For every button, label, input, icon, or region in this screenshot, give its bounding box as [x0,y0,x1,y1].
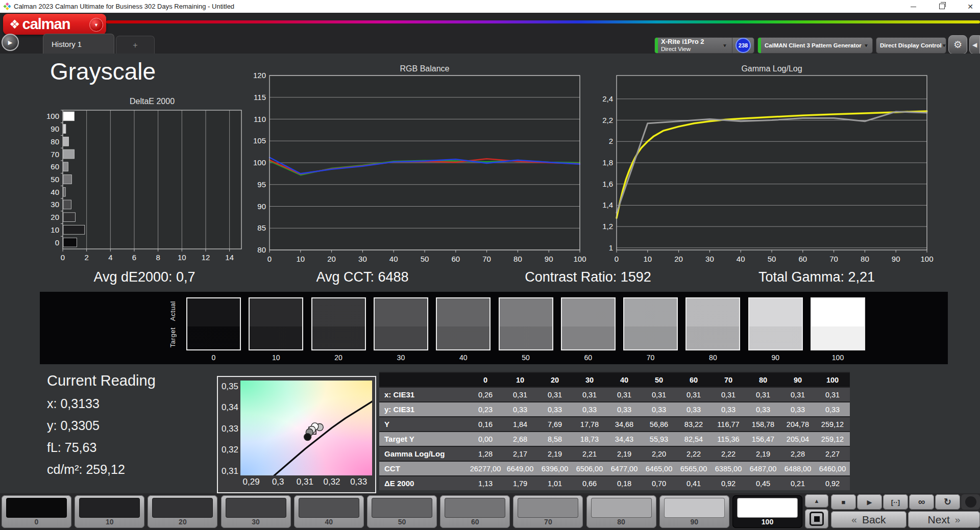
swatch-label: 40 [436,354,491,362]
pattern-swatch [518,498,578,518]
pattern-label: 30 [221,518,291,526]
refresh-button[interactable]: ↻ [935,494,960,510]
table-cell: 6477,00 [607,461,642,476]
svg-text:110: 110 [254,115,266,123]
next-button[interactable]: Next » [908,511,980,528]
meter-count-badge: 238 [736,38,751,53]
swatch-label: 90 [748,354,803,362]
logo-dropdown-button[interactable]: ▼ [89,18,103,32]
table-cell: 0,33 [746,402,780,417]
pattern-label: 50 [367,518,437,526]
svg-text:2,2: 2,2 [602,116,613,124]
restore-button[interactable] [936,2,947,12]
pattern-swatch [152,498,213,518]
display-control-dropdown[interactable]: Direct Display Control ▼ [876,37,946,54]
table-cell: 0,23 [468,402,503,417]
pattern-window-icon [810,512,824,526]
table-row-label: Gamma Log/Log [379,446,468,461]
pattern-button-70[interactable]: 70 [513,495,583,528]
svg-text:90: 90 [545,255,553,263]
meter-name: X-Rite i1Pro 2 [661,38,704,46]
pattern-button-40[interactable]: 40 [294,495,364,528]
pattern-button-30[interactable]: 30 [221,495,291,528]
cie-y-tick: 0,33 [219,424,238,434]
svg-text:80: 80 [513,255,522,263]
pattern-button-60[interactable]: 60 [440,495,510,528]
pattern-window-button[interactable]: [··] [883,494,908,510]
table-row: x: CIE310,260,310,310,310,310,310,310,31… [379,387,850,402]
table-cell: 0,31 [711,387,746,402]
target-row-label: Target [169,327,177,347]
minimize-button[interactable] [908,2,919,12]
loop-button[interactable]: ∞ [909,494,934,510]
pattern-generator-dropdown[interactable]: CalMAN Client 3 Pattern Generator ▼ [757,37,873,54]
source-status-bar [758,38,761,53]
settings-button[interactable]: ⚙ [948,35,967,54]
table-cell: 158,78 [746,417,780,432]
table-cell: 2,21 [572,446,607,461]
pattern-window-toggle-button[interactable] [805,509,828,528]
swatch-actual-target-80 [685,297,740,350]
pattern-button-50[interactable]: 50 [367,495,437,528]
svg-text:100: 100 [920,255,933,263]
table-row: Y0,161,847,6917,7834,6856,8683,22116,771… [379,417,850,432]
svg-text:60: 60 [798,255,807,263]
calman-diamond-icon: ❖ [9,17,20,32]
table-cell: 83,22 [676,417,711,432]
gear-icon: ⚙ [953,39,962,51]
back-button[interactable]: « Back [831,511,906,528]
close-button[interactable]: ✕ [965,2,976,12]
run-page-button[interactable]: ▶ [2,34,19,51]
svg-text:90: 90 [892,255,900,263]
grayscale-swatch-strip: Actual Target 0102030405060708090100 [40,292,948,364]
svg-text:0: 0 [55,238,59,247]
separator [732,38,732,53]
svg-text:10: 10 [178,253,186,262]
pattern-button-20[interactable]: 20 [148,495,217,528]
table-cell: 2,19 [537,446,572,461]
table-row-label: CCT [379,461,468,476]
table-cell: 6385,00 [711,461,746,476]
pattern-swatch [79,498,140,518]
tab-history-1[interactable]: History 1 [43,34,114,54]
svg-text:80: 80 [257,245,266,254]
table-row-label: x: CIE31 [379,387,468,402]
svg-text:100: 100 [46,112,59,120]
svg-text:30: 30 [51,200,59,209]
table-row-label: ΔE 2000 [379,476,468,490]
pattern-button-10[interactable]: 10 [75,495,144,528]
table-row-label: Target Y [379,432,468,446]
svg-text:85: 85 [257,223,266,232]
pattern-button-80[interactable]: 80 [586,495,656,528]
svg-text:100: 100 [573,255,586,263]
table-cell: 2,68 [503,432,537,446]
collapse-panel-button[interactable]: ◀ [969,35,980,54]
pattern-button-90[interactable]: 90 [659,495,729,528]
pattern-button-0[interactable]: 0 [2,495,71,528]
collapse-pattern-bar-button[interactable]: ▲ [805,494,828,508]
cie-x-tick: 0,32 [317,477,346,487]
stop-button[interactable]: ■ [831,494,856,510]
window-title: Calman 2023 Calman Ultimate for Business… [14,3,234,10]
add-tab-button[interactable]: + [116,36,155,54]
table-column-header: 90 [780,372,815,387]
pattern-button-100[interactable]: 100 [732,495,802,528]
table-corner-cell [379,372,468,387]
calman-logo-menu[interactable]: ❖ calman ▼ [3,14,106,35]
svg-text:40: 40 [51,188,59,196]
meter-dropdown[interactable]: X-Rite i1Pro 2 Direct View ▼ 238 [654,37,754,54]
table-cell: 259,12 [815,417,850,432]
pattern-label: 70 [513,518,583,526]
current-reading-title: Current Reading [47,372,156,389]
svg-text:70: 70 [829,255,838,263]
svg-text:10: 10 [643,255,652,263]
play-button[interactable]: ▶ [857,494,882,510]
chevron-left-icon: « [851,514,857,525]
play-icon: ▶ [8,39,12,46]
pattern-swatch [372,498,432,518]
actual-row-label: Actual [169,301,177,321]
table-cell: 0,31 [815,387,850,402]
swatch-label: 0 [186,354,241,362]
table-cell: 7,69 [537,417,572,432]
table-cell: 0,31 [503,387,537,402]
